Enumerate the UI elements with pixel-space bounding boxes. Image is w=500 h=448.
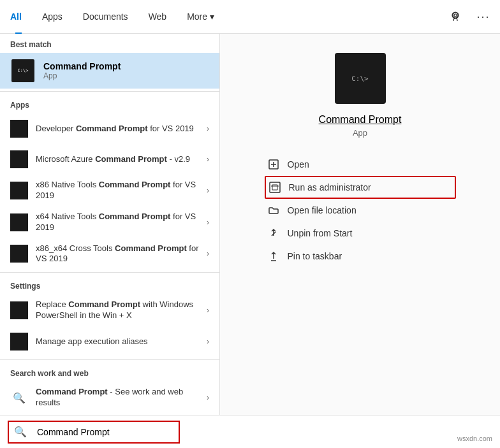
app-icon xyxy=(10,120,28,138)
app-icon-container xyxy=(10,58,36,83)
svg-point-0 xyxy=(454,14,457,17)
open-icon xyxy=(267,158,280,171)
more-options-icon[interactable]: ··· xyxy=(472,5,495,28)
search-icon: 🔍 xyxy=(14,426,27,438)
tab-more[interactable]: More ▾ xyxy=(177,0,224,34)
action-label-run-admin: Run as administrator xyxy=(289,182,371,192)
list-item[interactable]: x64 Native Tools Command Prompt for VS 2… xyxy=(0,206,219,238)
search-web-text: Command Prompt - See work and web result… xyxy=(36,387,199,408)
list-item-text: x86_x64 Cross Tools Command Prompt for V… xyxy=(36,243,199,265)
app-name-large: Command Prompt xyxy=(319,114,402,126)
app-icon xyxy=(10,333,28,350)
divider-3 xyxy=(0,359,219,360)
search-web-label: Search work and web xyxy=(0,363,219,382)
best-match-label: Best match xyxy=(0,34,219,53)
chevron-right-icon: › xyxy=(207,124,209,133)
app-icon xyxy=(10,182,28,199)
action-label-open: Open xyxy=(288,159,309,170)
list-item-text: Manage app execution aliases xyxy=(36,336,199,347)
search-web-icon: 🔍 xyxy=(10,392,28,404)
action-label-unpin-start: Unpin from Start xyxy=(288,228,353,238)
best-match-text: Command Prompt App xyxy=(43,61,209,80)
divider-2 xyxy=(0,272,219,273)
search-input-wrapper: 🔍 xyxy=(8,421,180,444)
chevron-right-icon: › xyxy=(207,249,209,258)
chevron-right-icon: › xyxy=(207,155,209,164)
app-icon xyxy=(10,245,28,263)
action-pin-taskbar[interactable]: Pin to taskbar xyxy=(265,245,456,268)
action-run-admin[interactable]: Run as administrator xyxy=(265,176,456,199)
tab-all[interactable]: All xyxy=(5,0,32,34)
action-open-location[interactable]: Open file location xyxy=(265,199,456,222)
list-item-text: Microsoft Azure Command Prompt - v2.9 xyxy=(36,154,199,165)
svg-rect-2 xyxy=(270,182,280,192)
search-web-list: 🔍Command Prompt - See work and web resul… xyxy=(0,382,219,414)
search-input[interactable] xyxy=(32,424,173,440)
cmd-icon-small xyxy=(11,59,34,82)
chevron-right-icon: › xyxy=(207,218,209,227)
app-type: App xyxy=(353,128,367,138)
chevron-right-icon: › xyxy=(207,393,209,402)
pin-icon xyxy=(267,250,280,263)
list-item-text: x86 Native Tools Command Prompt for VS 2… xyxy=(36,180,199,201)
best-match-title: Command Prompt xyxy=(43,61,209,71)
settings-list: Replace Command Prompt with Windows Powe… xyxy=(0,294,219,357)
unpin-icon xyxy=(267,227,280,240)
app-icon xyxy=(10,301,28,319)
tab-web[interactable]: Web xyxy=(138,0,177,34)
action-label-pin-taskbar: Pin to taskbar xyxy=(288,251,342,261)
folder-icon xyxy=(267,204,280,217)
action-label-open-location: Open file location xyxy=(288,205,357,215)
chevron-right-icon: › xyxy=(207,306,209,315)
app-icon xyxy=(10,213,28,231)
main-content: Best match Command Prompt App Apps Devel… xyxy=(0,34,500,415)
list-item-text: Developer Command Prompt for VS 2019 xyxy=(36,124,199,134)
best-match-item[interactable]: Command Prompt App xyxy=(0,53,219,89)
list-item[interactable]: Microsoft Azure Command Prompt - v2.9› xyxy=(0,144,219,175)
list-item[interactable]: Replace Command Prompt with Windows Powe… xyxy=(0,294,219,326)
left-panel: Best match Command Prompt App Apps Devel… xyxy=(0,34,220,415)
tab-documents[interactable]: Documents xyxy=(73,0,138,34)
nav-tabs: All Apps Documents Web More ▾ xyxy=(0,0,500,34)
apps-label: Apps xyxy=(0,94,219,113)
tab-apps[interactable]: Apps xyxy=(32,0,73,34)
action-open[interactable]: Open xyxy=(265,153,456,176)
divider-1 xyxy=(0,91,219,92)
action-list: OpenRun as administratorOpen file locati… xyxy=(265,153,456,268)
admin-icon xyxy=(268,181,281,194)
chevron-right-icon: › xyxy=(207,337,209,346)
list-item-text: x64 Native Tools Command Prompt for VS 2… xyxy=(36,212,199,233)
settings-label: Settings xyxy=(0,275,219,294)
list-item[interactable]: x86 Native Tools Command Prompt for VS 2… xyxy=(0,175,219,206)
list-item[interactable]: Developer Command Prompt for VS 2019› xyxy=(0,113,219,144)
feedback-icon[interactable] xyxy=(444,5,467,28)
search-bar: 🔍 xyxy=(0,415,500,448)
right-panel: Command Prompt App OpenRun as administra… xyxy=(220,34,500,415)
app-icon-large xyxy=(335,53,386,104)
best-match-subtitle: App xyxy=(43,71,209,80)
watermark: wsxdn.com xyxy=(455,434,495,443)
search-web-item[interactable]: 🔍Command Prompt - See work and web resul… xyxy=(0,382,219,414)
chevron-right-icon: › xyxy=(207,186,209,195)
action-unpin-start[interactable]: Unpin from Start xyxy=(265,222,456,245)
app-icon xyxy=(10,150,28,168)
list-item[interactable]: Manage app execution aliases› xyxy=(0,326,219,357)
list-item-text: Replace Command Prompt with Windows Powe… xyxy=(36,300,199,321)
list-item[interactable]: x86_x64 Cross Tools Command Prompt for V… xyxy=(0,238,219,270)
apps-list: Developer Command Prompt for VS 2019›Mic… xyxy=(0,113,219,270)
chevron-down-icon: ▾ xyxy=(210,11,214,22)
search-container: All Apps Documents Web More ▾ xyxy=(0,0,500,448)
